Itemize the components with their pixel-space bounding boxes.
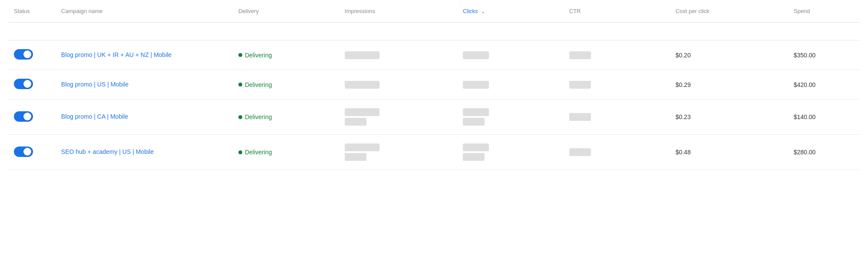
ctr-cell-1 xyxy=(564,40,670,70)
campaign-toggle-3[interactable] xyxy=(14,111,33,122)
campaign-toggle-1[interactable] xyxy=(14,49,33,60)
col-header-clicks[interactable]: Clicks ⌄ xyxy=(458,0,564,23)
clicks-blurred-1 xyxy=(463,51,559,59)
delivering-dot-icon-4 xyxy=(238,150,242,154)
clicks-blurred-4 xyxy=(463,143,559,161)
toggle-thumb-1 xyxy=(23,50,31,58)
delivery-cell-3: Delivering xyxy=(233,100,340,135)
col-header-ctr: CTR xyxy=(564,0,670,23)
clicks-blurred-2 xyxy=(463,81,559,89)
col-header-impressions: Impressions xyxy=(340,0,458,23)
impressions-cell-1 xyxy=(340,40,458,70)
campaigns-table: Status Campaign name Delivery Impression… xyxy=(9,0,859,170)
delivery-status-3: Delivering xyxy=(238,113,334,120)
delivery-cell-4: Delivering xyxy=(233,135,340,170)
blurred-block xyxy=(463,108,489,116)
ctr-blurred-3 xyxy=(569,113,665,121)
col-header-campaign: Campaign name xyxy=(56,0,233,23)
blurred-block xyxy=(463,118,485,126)
ctr-cell-3 xyxy=(564,100,670,135)
impressions-cell-2 xyxy=(340,70,458,100)
toggle-track-2 xyxy=(14,79,33,89)
blurred-block xyxy=(463,143,489,151)
blurred-block xyxy=(569,148,591,156)
campaigns-table-container: Status Campaign name Delivery Impression… xyxy=(0,0,868,170)
toggle-track-1 xyxy=(14,49,33,60)
col-header-cpc: Cost per click xyxy=(670,0,789,23)
delivering-dot-icon-1 xyxy=(238,53,242,57)
campaign-toggle-4[interactable] xyxy=(14,146,33,157)
delivery-status-2: Delivering xyxy=(238,81,334,88)
toggle-track-3 xyxy=(14,111,33,122)
impressions-blurred-3 xyxy=(345,108,452,126)
cpc-cell-3: $0.23 xyxy=(670,100,789,135)
spend-cell-4: $280.00 xyxy=(789,135,859,170)
status-cell-1 xyxy=(9,40,56,70)
delivering-dot-icon-3 xyxy=(238,115,242,119)
blurred-block xyxy=(569,81,591,89)
sort-arrow-icon: ⌄ xyxy=(481,9,485,14)
ctr-blurred-1 xyxy=(569,51,665,59)
blurred-block xyxy=(345,143,380,151)
spend-cell-2: $420.00 xyxy=(789,70,859,100)
blurred-block xyxy=(463,51,489,59)
status-cell-2 xyxy=(9,70,56,100)
delivery-cell-1: Delivering xyxy=(233,40,340,70)
impressions-cell-4 xyxy=(340,135,458,170)
clicks-cell-4 xyxy=(458,135,564,170)
impressions-blurred-1 xyxy=(345,51,452,59)
blurred-block xyxy=(463,81,489,89)
campaign-name-cell-3: Blog promo | CA | Mobile xyxy=(56,100,233,135)
blurred-block xyxy=(345,81,380,89)
col-header-delivery: Delivery xyxy=(233,0,340,23)
ctr-cell-2 xyxy=(564,70,670,100)
clicks-cell-1 xyxy=(458,40,564,70)
delivery-status-4: Delivering xyxy=(238,149,334,156)
campaign-name-cell-2: Blog promo | US | Mobile xyxy=(56,70,233,100)
campaign-link-3[interactable]: Blog promo | CA | Mobile xyxy=(61,113,128,120)
spend-cell-3: $140.00 xyxy=(789,100,859,135)
delivery-status-1: Delivering xyxy=(238,52,334,59)
clicks-cell-2 xyxy=(458,70,564,100)
impressions-blurred-4 xyxy=(345,143,452,161)
campaign-name-cell-4: SEO hub + academy | US | Mobile xyxy=(56,135,233,170)
toggle-thumb-4 xyxy=(23,148,31,156)
campaign-link-4[interactable]: SEO hub + academy | US | Mobile xyxy=(61,148,154,155)
ctr-cell-4 xyxy=(564,135,670,170)
ctr-blurred-4 xyxy=(569,148,665,156)
header-spacer xyxy=(9,23,859,40)
cpc-cell-2: $0.29 xyxy=(670,70,789,100)
impressions-cell-3 xyxy=(340,100,458,135)
blurred-block xyxy=(569,113,591,121)
campaign-toggle-2[interactable] xyxy=(14,79,33,89)
col-header-spend: Spend xyxy=(789,0,859,23)
status-cell-3 xyxy=(9,100,56,135)
table-header-row: Status Campaign name Delivery Impression… xyxy=(9,0,859,23)
blurred-block xyxy=(345,51,380,59)
table-row: SEO hub + academy | US | Mobile Deliveri… xyxy=(9,135,859,170)
toggle-thumb-2 xyxy=(23,80,31,88)
blurred-block xyxy=(463,153,485,161)
toggle-track-4 xyxy=(14,146,33,157)
blurred-block xyxy=(569,51,591,59)
spend-cell-1: $350.00 xyxy=(789,40,859,70)
clicks-blurred-3 xyxy=(463,108,559,126)
impressions-blurred-2 xyxy=(345,81,452,89)
blurred-block xyxy=(345,118,366,126)
table-row: Blog promo | US | Mobile Delivering xyxy=(9,70,859,100)
cpc-cell-1: $0.20 xyxy=(670,40,789,70)
campaign-link-2[interactable]: Blog promo | US | Mobile xyxy=(61,81,129,88)
col-header-status: Status xyxy=(9,0,56,23)
campaign-name-cell-1: Blog promo | UK + IR + AU + NZ | Mobile xyxy=(56,40,233,70)
table-row: Blog promo | UK + IR + AU + NZ | Mobile … xyxy=(9,40,859,70)
blurred-block xyxy=(345,108,380,116)
clicks-cell-3 xyxy=(458,100,564,135)
table-row: Blog promo | CA | Mobile Delivering xyxy=(9,100,859,135)
ctr-blurred-2 xyxy=(569,81,665,89)
blurred-block xyxy=(345,153,366,161)
cpc-cell-4: $0.48 xyxy=(670,135,789,170)
campaign-link-1[interactable]: Blog promo | UK + IR + AU + NZ | Mobile xyxy=(61,51,172,58)
delivery-cell-2: Delivering xyxy=(233,70,340,100)
toggle-thumb-3 xyxy=(23,113,31,120)
delivering-dot-icon-2 xyxy=(238,83,242,87)
